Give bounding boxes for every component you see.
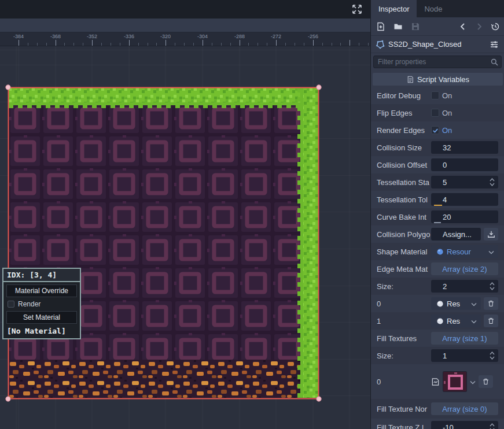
checkbox-editor-debug[interactable]: [431, 91, 439, 99]
assign-node-button[interactable]: [484, 228, 498, 241]
fill-texture-normals-array-button[interactable]: Array (size 0): [431, 402, 498, 415]
property-list: Editor Debug On Flip Edges On Render Edg…: [371, 87, 504, 429]
grass-right-jagged: [297, 88, 303, 398]
resource-sphere-icon: [436, 300, 444, 308]
search-icon: [491, 58, 498, 68]
render-checkbox[interactable]: [8, 301, 14, 308]
property-row-edge-meta-materials: Edge Meta Mat Array (size 2): [371, 260, 504, 278]
dock-tabbar: Inspector Node: [371, 0, 504, 17]
collision-size-field[interactable]: 32: [431, 141, 498, 154]
filter-properties-input[interactable]: [373, 56, 502, 68]
render-label: Render: [18, 300, 41, 308]
property-label: Collision Polygo: [371, 230, 431, 239]
vertex-handle-bottom-left[interactable]: [6, 397, 10, 401]
delete-item-1-button[interactable]: [484, 315, 498, 327]
script-icon: [406, 76, 414, 83]
resource-name-row[interactable]: SS2D_Shape_Closed: [371, 36, 504, 53]
fill-texture-z-index-field[interactable]: -10: [431, 421, 498, 429]
grass-top-edge: [9, 88, 318, 103]
vertex-handle-bottom-right[interactable]: [317, 397, 321, 401]
ss2d-shape[interactable]: [0, 0, 370, 429]
tab-inspector[interactable]: Inspector: [371, 0, 417, 17]
property-row-texture-item-0: 0: [371, 364, 504, 399]
property-label: Size:: [371, 282, 431, 291]
trash-icon: [482, 378, 490, 386]
set-material-button[interactable]: Set Material: [6, 311, 77, 324]
resource-sphere-icon: [436, 248, 444, 256]
property-row-flip-edges: Flip Edges On: [371, 104, 504, 121]
new-resource-icon[interactable]: [376, 21, 386, 32]
edit-texture-icon[interactable]: [431, 378, 440, 386]
dirt-fill: [9, 360, 303, 398]
property-row-render-edges: Render Edges On: [371, 121, 504, 139]
array-item-1-dropdown[interactable]: Res: [431, 315, 481, 327]
property-label: Tessellation Sta: [371, 178, 431, 187]
fill-textures-array-button[interactable]: Array (size 1): [431, 332, 498, 345]
popup-title: IDX: [3, 4]: [3, 269, 80, 282]
save-resource-icon[interactable]: [410, 21, 421, 32]
delete-texture-0-button[interactable]: [479, 375, 493, 388]
checkbox-state-label: On: [442, 109, 452, 117]
2d-viewport[interactable]: -384 -368 -352 -336 -320 -304 -288 -272 …: [0, 0, 370, 429]
property-label: 0: [371, 299, 431, 308]
property-row-curve-bake-interval: Curve Bake Int 20: [371, 208, 504, 225]
spinbox-arrows[interactable]: [490, 282, 495, 291]
tab-node[interactable]: Node: [417, 0, 450, 17]
property-row-editor-debug: Editor Debug On: [371, 87, 504, 104]
history-back-icon[interactable]: [458, 21, 468, 32]
vertex-handle-top-right[interactable]: [317, 85, 321, 90]
texture-preview[interactable]: [443, 371, 467, 392]
property-row-fill-texture-normals: Fill Texture Nor Array (size 0): [371, 399, 504, 419]
spinbox-arrows[interactable]: [490, 177, 495, 187]
checkbox-flip-edges[interactable]: [431, 109, 439, 117]
extra-resource-options-icon[interactable]: [489, 39, 499, 50]
property-row-array-size: Size: 2: [371, 278, 504, 295]
grass-top-jagged: [9, 102, 303, 108]
collision-polygon-assign-field[interactable]: Assign...: [431, 228, 481, 241]
resource-sphere-icon: [436, 317, 444, 325]
checkbox-render-edges[interactable]: [431, 126, 439, 134]
spinbox-arrows[interactable]: [490, 351, 495, 360]
tessellation-tolerance-field[interactable]: 4: [431, 193, 498, 206]
property-row-tessellation-stages: Tessellation Sta 5: [371, 173, 504, 191]
array-item-0-dropdown[interactable]: Res: [431, 297, 481, 310]
property-row-tessellation-tolerance: Tessellation Tol 4: [371, 191, 504, 208]
godot-editor: -384 -368 -352 -336 -320 -304 -288 -272 …: [0, 0, 504, 429]
section-script-variables[interactable]: Script Variables: [373, 73, 503, 86]
history-forward-icon[interactable]: [474, 21, 484, 32]
grass-right-edge: [303, 88, 318, 398]
property-row-array-item-0: 0 Res: [371, 295, 504, 312]
delete-item-0-button[interactable]: [484, 297, 498, 310]
property-label: 1: [371, 317, 431, 326]
resource-name: SS2D_Shape_Closed: [388, 40, 485, 49]
curve-bake-interval-field[interactable]: 20: [431, 210, 498, 223]
load-resource-folder-icon[interactable]: [393, 21, 403, 32]
filter-row: [371, 53, 504, 71]
array-size-field-2[interactable]: 1: [431, 349, 498, 362]
checkbox-state-label: On: [442, 91, 452, 100]
vertex-handle-top-left[interactable]: [6, 85, 10, 90]
chevron-down-icon: [488, 246, 494, 257]
property-label: 0: [371, 378, 431, 386]
material-override-button[interactable]: Material Override: [6, 284, 77, 297]
chevron-down-icon: [471, 298, 477, 309]
collision-offset-field[interactable]: 0: [431, 158, 498, 171]
array-size-field[interactable]: 2: [431, 280, 498, 293]
property-label: Collision Offset: [371, 161, 431, 169]
spinbox-arrows[interactable]: [490, 423, 495, 429]
no-material-label: [No Material]: [3, 324, 80, 336]
property-label: Flip Edges: [371, 109, 431, 117]
property-label: Curve Bake Int: [371, 213, 431, 221]
edge-meta-materials-array-button[interactable]: Array (size 2): [431, 262, 498, 275]
property-label: Fill Texture Nor: [371, 405, 431, 413]
property-row-collision-polygon: Collision Polygo Assign...: [371, 225, 504, 243]
tessellation-stages-field[interactable]: 5: [431, 176, 498, 188]
property-label: Tessellation Tol: [371, 195, 431, 204]
chevron-down-icon: [471, 316, 477, 326]
property-label: Size:: [371, 352, 431, 360]
edit-history-icon[interactable]: [490, 21, 501, 32]
chevron-down-icon[interactable]: [470, 376, 476, 387]
property-row-fill-textures: Fill Textures Array (size 1): [371, 330, 504, 347]
shape-material-dropdown[interactable]: Resour: [431, 245, 498, 258]
property-label: Render Edges: [371, 126, 431, 135]
